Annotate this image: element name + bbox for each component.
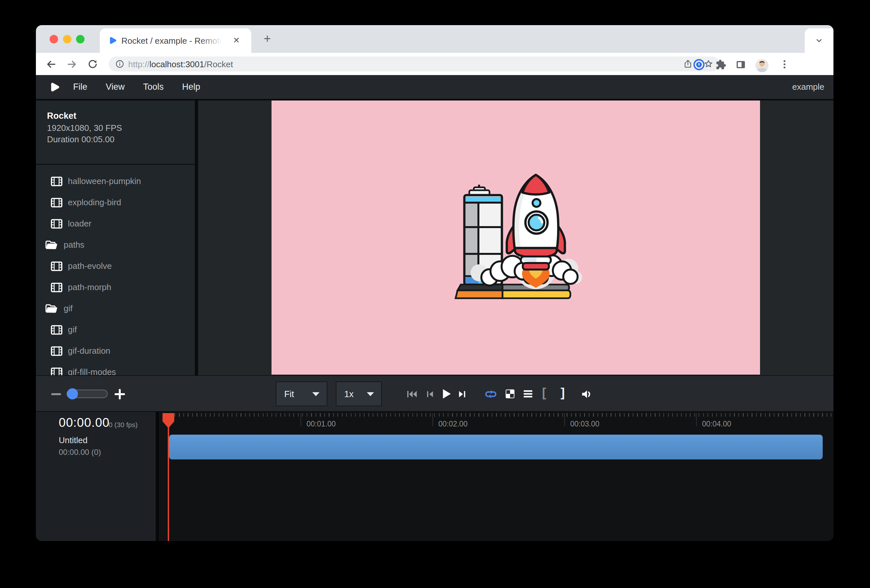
remotion-logo-icon[interactable] xyxy=(48,81,61,93)
tab-strip: Rocket / example - Remotion P ✕ + xyxy=(36,25,833,53)
menu-help[interactable]: Help xyxy=(174,75,209,99)
film-icon xyxy=(51,325,63,335)
timeline-rows-icon[interactable] xyxy=(522,388,534,400)
film-icon xyxy=(51,198,63,207)
composition-label: loader xyxy=(68,219,91,229)
list-item-composition[interactable]: exploding-bird xyxy=(36,192,195,213)
ruler-label: 00:01.00 xyxy=(301,420,341,429)
previous-frame-icon[interactable] xyxy=(424,388,436,401)
next-frame-icon[interactable] xyxy=(456,388,469,401)
browser-window: Rocket / example - Remotion P ✕ + xyxy=(36,25,833,541)
volume-icon[interactable] xyxy=(580,388,594,401)
composition-label: path-morph xyxy=(68,282,111,292)
minimize-window-button[interactable] xyxy=(63,35,72,43)
list-item-composition[interactable]: path-morph xyxy=(36,277,195,298)
playhead-line[interactable] xyxy=(168,413,169,541)
timeline-ruler[interactable] xyxy=(166,413,831,417)
site-info-icon[interactable] xyxy=(115,60,124,68)
url-path: /Rocket xyxy=(204,60,233,69)
ruler-gridline xyxy=(432,413,433,426)
transparency-checkerboard-icon[interactable] xyxy=(504,388,516,400)
list-item-composition[interactable]: loader xyxy=(36,213,195,234)
menu-view[interactable]: View xyxy=(97,75,133,99)
tab-close-icon[interactable]: ✕ xyxy=(233,36,240,45)
open-folder-icon xyxy=(45,240,58,251)
composition-label: gif-duration xyxy=(68,346,110,356)
composition-label: exploding-bird xyxy=(68,197,121,207)
ruler-gridline xyxy=(696,413,697,426)
list-item-folder[interactable]: gif xyxy=(36,298,195,319)
chevron-down-icon[interactable] xyxy=(813,36,825,45)
composition-resolution: 1920x1080, 30 FPS xyxy=(47,123,122,133)
url-scheme: http:// xyxy=(128,60,149,69)
composition-title: Rocket xyxy=(47,111,76,121)
film-icon xyxy=(51,219,63,229)
playhead-handle[interactable] xyxy=(162,413,174,428)
list-item-composition[interactable]: gif xyxy=(36,319,195,340)
share-icon[interactable] xyxy=(683,59,693,69)
browser-toolbar: http://localhost:3001/Rocket xyxy=(36,53,833,75)
timeline-info-column: 00:00.00 0 (30 fps) Untitled 00:00.00 (0… xyxy=(36,412,156,541)
folder-label: gif xyxy=(64,304,73,314)
speed-dropdown[interactable]: 1x xyxy=(336,381,382,406)
film-icon xyxy=(51,283,63,292)
size-dropdown-value: Fit xyxy=(284,389,294,399)
player-controls-bar: Fit 1x xyxy=(36,375,833,412)
ruler-label: 00:04.00 xyxy=(697,420,736,429)
list-item-composition[interactable]: halloween-pumpkin xyxy=(36,171,195,192)
skip-to-start-icon[interactable] xyxy=(405,388,419,401)
password-manager-icon[interactable] xyxy=(693,58,705,71)
menu-file[interactable]: File xyxy=(65,75,96,99)
preview-area xyxy=(198,101,833,375)
composition-label: halloween-pumpkin xyxy=(68,176,141,186)
launch-pad xyxy=(456,284,571,298)
extensions-puzzle-icon[interactable] xyxy=(714,58,726,71)
film-icon xyxy=(51,346,63,356)
ruler-gridline xyxy=(301,413,301,426)
loop-icon[interactable] xyxy=(484,388,498,401)
composition-list: halloween-pumpkin exploding-bird loader … xyxy=(36,171,195,375)
list-item-composition[interactable]: gif-fill-modes xyxy=(36,362,195,375)
timeline-clip[interactable] xyxy=(169,435,823,460)
side-panel-icon[interactable] xyxy=(734,58,747,71)
browser-tab[interactable]: Rocket / example - Remotion P ✕ xyxy=(100,28,251,53)
remotion-favicon-icon xyxy=(108,36,118,45)
back-icon[interactable] xyxy=(45,58,57,70)
track-duration: 00:00.00 (0) xyxy=(59,448,101,457)
film-icon xyxy=(51,261,63,271)
sidebar-divider xyxy=(36,164,195,165)
list-item-composition[interactable]: path-evolve xyxy=(36,256,195,277)
app-menu-bar: File View Tools Help example xyxy=(36,75,833,99)
profile-avatar[interactable] xyxy=(755,58,769,73)
composition-label: gif-fill-modes xyxy=(68,367,116,375)
url-bar[interactable]: http://localhost:3001/Rocket xyxy=(109,57,720,71)
url-host: localhost:3001 xyxy=(149,60,204,69)
film-icon xyxy=(51,368,63,375)
video-canvas xyxy=(271,101,760,375)
menu-tools[interactable]: Tools xyxy=(134,75,172,99)
current-frame-label: 0 (30 fps) xyxy=(109,421,138,429)
reload-icon[interactable] xyxy=(87,58,98,70)
composition-label: path-evolve xyxy=(68,261,112,271)
new-tab-button[interactable]: + xyxy=(264,32,271,46)
sidebar-resize-handle[interactable] xyxy=(195,101,198,375)
ruler-label: 00:02.00 xyxy=(434,420,472,429)
forward-icon[interactable] xyxy=(66,58,78,70)
close-window-button[interactable] xyxy=(50,35,58,43)
size-dropdown[interactable]: Fit xyxy=(276,381,327,406)
in-point-bracket-button[interactable]: [ xyxy=(542,386,546,400)
out-point-bracket-button[interactable]: ] xyxy=(561,386,565,400)
zoom-in-button-bar[interactable] xyxy=(119,389,121,399)
zoom-slider-knob[interactable] xyxy=(67,388,78,399)
browser-menu-kebab-icon[interactable] xyxy=(779,58,790,70)
maximize-window-button[interactable] xyxy=(76,35,85,43)
list-item-folder[interactable]: paths xyxy=(36,234,195,256)
ruler-gridline xyxy=(564,413,565,426)
composition-duration: Duration 00:05.00 xyxy=(47,134,115,144)
track-name: Untitled xyxy=(59,435,88,445)
zoom-out-button[interactable] xyxy=(51,393,61,395)
list-item-composition[interactable]: gif-duration xyxy=(36,340,195,362)
rocket-illustration xyxy=(454,173,584,302)
play-icon[interactable] xyxy=(438,386,453,401)
composition-label: gif xyxy=(68,325,77,335)
